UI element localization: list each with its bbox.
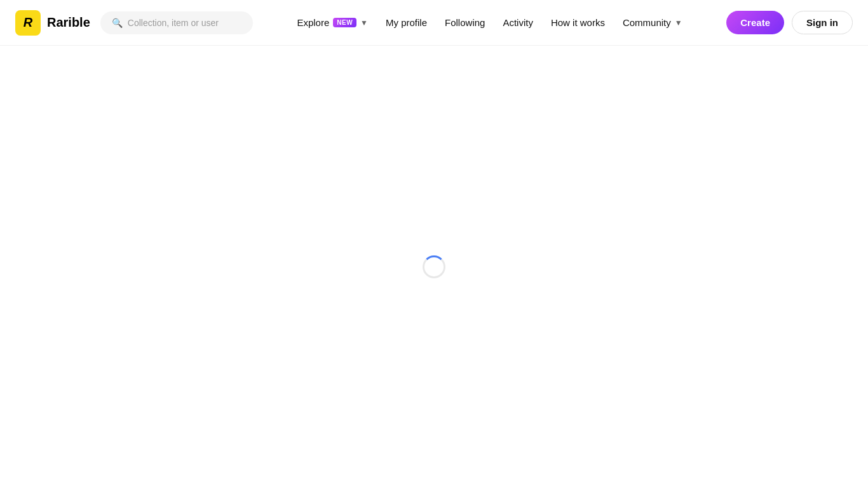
nav-community[interactable]: Community ▼ xyxy=(615,12,690,33)
search-bar[interactable]: 🔍 Collection, item or user xyxy=(100,11,253,34)
navbar: R Rarible 🔍 Collection, item or user Exp… xyxy=(0,0,868,46)
nav-how-it-works[interactable]: How it works xyxy=(543,12,613,33)
how-it-works-label: How it works xyxy=(551,17,605,28)
nav-my-profile[interactable]: My profile xyxy=(378,12,435,33)
community-label: Community xyxy=(623,17,671,28)
logo-link[interactable]: R Rarible xyxy=(15,10,90,36)
activity-label: Activity xyxy=(503,17,533,28)
explore-chevron-icon: ▼ xyxy=(360,18,368,27)
logo-icon: R xyxy=(15,10,41,36)
main-content xyxy=(0,46,868,488)
loading-spinner xyxy=(423,255,445,278)
explore-label: Explore xyxy=(297,17,329,28)
nav-following[interactable]: Following xyxy=(437,12,492,33)
navbar-center: Explore NEW ▼ My profile Following Activ… xyxy=(289,12,689,33)
logo-text: Rarible xyxy=(47,15,90,30)
nav-explore[interactable]: Explore NEW ▼ xyxy=(289,12,376,33)
navbar-left: R Rarible 🔍 Collection, item or user xyxy=(15,10,253,36)
explore-new-badge: NEW xyxy=(333,18,356,27)
my-profile-label: My profile xyxy=(386,17,427,28)
search-placeholder: Collection, item or user xyxy=(128,18,219,28)
nav-activity[interactable]: Activity xyxy=(495,12,541,33)
search-icon: 🔍 xyxy=(112,18,123,28)
navbar-right: Create Sign in xyxy=(726,11,853,34)
community-chevron-icon: ▼ xyxy=(675,18,682,27)
signin-button[interactable]: Sign in xyxy=(792,11,853,34)
create-button[interactable]: Create xyxy=(726,11,784,34)
following-label: Following xyxy=(445,17,485,28)
